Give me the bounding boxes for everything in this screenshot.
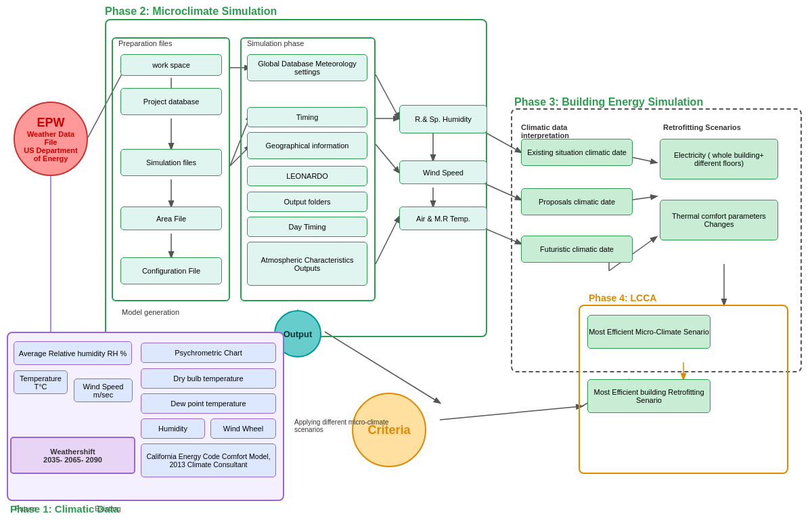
config-file-box: Configuration File [120,257,222,284]
epw-sub2: File [45,138,58,146]
avg-rh-box: Average Relative humidity RH % [14,341,132,365]
dew-point-box: Dew point temperature [141,393,276,414]
leonardo-box: LEONARDO [247,166,367,186]
prep-files-label: Preparation files [118,39,173,47]
wind-speed-phase1-box: Wind Speed m/sec [74,378,133,402]
climate-consultant-box: California Energy Code Comfort Model, 20… [141,443,276,477]
psychro-box: Psychrometric Chart [141,343,276,363]
proposals-climatic-box: Proposals climatic date [521,188,633,215]
humidity-box: Humidity [141,418,205,439]
epw-sub4: of Energy [34,154,68,162]
thermal-comfort-box: Thermal comfort parameters Changes [660,200,778,240]
temp-box: Temperature T°C [14,370,68,394]
existing-label: Existing [95,504,121,513]
svg-line-28 [440,406,582,420]
sim-phase-label: Simulation phase [247,39,304,47]
diagram: Phase 2: Microclimate Simulation Prepara… [0,0,812,520]
phase2-label: Phase 2: Microclimate Simulation [105,5,277,18]
day-timing-box: Day Timing [247,217,367,237]
phase4-label: Phase 4: LCCA [589,292,656,303]
wind-speed-output-box: Wind Speed [399,160,487,184]
model-gen-label: Model generation [122,308,179,316]
project-db-box: Project database [120,88,222,115]
applying-label: Applying different micro-climate scenari… [294,418,416,433]
future-label: Future [15,504,37,513]
output-folders-box: Output folders [247,192,367,212]
weathershift-box: Weathershift 2035- 2065- 2090 [10,437,135,474]
phase3-label: Phase 3: Building Energy Simulation [514,96,703,108]
geo-info-box: Geographical information [247,132,367,159]
electricity-box: Electricity ( whole building+ different … [660,139,778,179]
climatic-data-label: Climatic data interpretation [521,123,602,139]
existing-climatic-box: Existing situation climatic date [521,139,633,166]
retrofitting-label: Retrofitting Scenarios [663,123,751,131]
global-db-box: Global Database Meteorology settings [247,54,367,81]
microclimate-scenario-box: Most Efficient Micro-Climate Senario [587,315,710,349]
wind-wheel-box: Wind Wheel [210,418,276,439]
sim-files-box: Simulation files [120,149,222,176]
futuristic-climatic-box: Futuristic climatic date [521,236,633,263]
workspace-box: work space [120,54,222,76]
humidity-output-box: R.& Sp. Humidity [399,105,487,133]
phase1-box: Average Relative humidity RH % Temperatu… [7,332,284,501]
svg-line-23 [325,332,440,403]
atm-char-box: Atmospheric Characteristics Outputs [247,242,367,286]
epw-circle: EPW Weather Data File US Department of E… [14,102,88,176]
retrofitting-scenario-box: Most Efficient building Retrofitting Sen… [587,379,710,413]
epw-sub1: Weather Data [27,130,74,138]
epw-sub3: US Department [24,146,77,154]
area-file-box: Area File [120,207,222,230]
epw-title: EPW [37,116,64,130]
air-temp-output-box: Air & M.R Temp. [399,207,487,230]
dry-bulb-box: Dry bulb temperature [141,368,276,389]
timing-box: Timing [247,107,367,127]
